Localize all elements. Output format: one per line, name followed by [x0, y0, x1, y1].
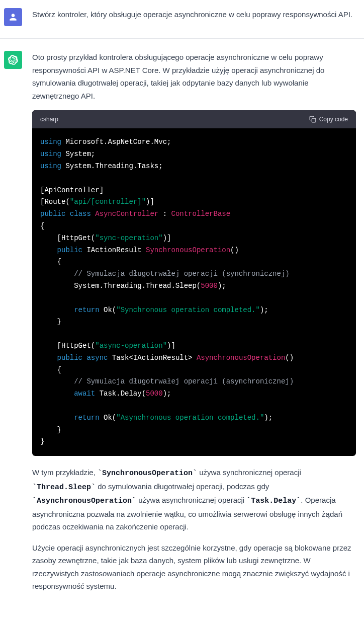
clipboard-icon	[309, 116, 316, 123]
code-language-label: csharp	[40, 114, 58, 124]
assistant-intro: Oto prosty przykład kontrolera obsługują…	[32, 51, 356, 102]
user-message: Stwórz kontroler, który obsługuje operac…	[0, 0, 364, 39]
inline-code: `AsynchronousOperation`	[32, 497, 136, 505]
person-icon	[8, 12, 18, 22]
code-content: using Microsoft.AspNetCore.Mvc; using Sy…	[40, 136, 348, 448]
inline-code: `Thread.Sleep`	[32, 483, 96, 492]
user-prompt-text: Stwórz kontroler, który obsługuje operac…	[32, 8, 356, 21]
assistant-explain-2: Użycie operacji asynchronicznych jest sz…	[32, 541, 356, 593]
svg-rect-0	[312, 118, 316, 122]
inline-code: `Task.Delay`	[246, 497, 301, 505]
assistant-message: Oto prosty przykład kontrolera obsługują…	[0, 39, 364, 605]
assistant-avatar	[4, 51, 22, 69]
copy-code-button[interactable]: Copy code	[309, 114, 348, 124]
assistant-explain-1: W tym przykładzie, `SynchronousOperation…	[32, 466, 356, 533]
copy-code-label: Copy code	[319, 114, 348, 124]
assistant-content: Oto prosty przykład kontrolera obsługują…	[32, 51, 360, 593]
openai-icon	[8, 55, 18, 65]
code-header: csharp Copy code	[32, 110, 356, 128]
code-body: using Microsoft.AspNetCore.Mvc; using Sy…	[32, 128, 356, 456]
inline-code: `SynchronousOperation`	[98, 469, 197, 478]
user-avatar	[4, 8, 22, 26]
code-block: csharp Copy code using Microsoft.AspNetC…	[32, 110, 356, 456]
user-content: Stwórz kontroler, który obsługuje operac…	[32, 8, 360, 26]
